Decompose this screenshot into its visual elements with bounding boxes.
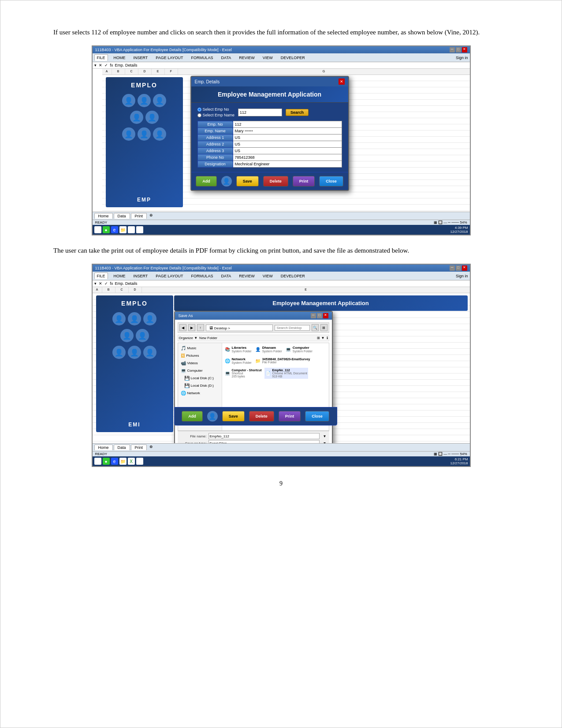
savetype-input[interactable] [208,440,320,443]
close-button-1[interactable]: Close [319,176,343,187]
empno-value[interactable]: 112 [233,121,342,128]
saveas-maximize[interactable]: □ [317,313,322,318]
file-emailsurvey[interactable]: 📁 34536848_DAT0620-EmailSurvey File Fold… [254,356,311,365]
ribbon-tab-insert[interactable]: INSERT [131,55,150,61]
saveas-search-input[interactable] [275,325,310,331]
ribbon-tab-developer-2[interactable]: DEVELOPER [279,273,307,279]
taskbar-icon-excel-1[interactable]: X [128,226,135,233]
organize-btn[interactable]: Organize ▼ [179,336,198,340]
sidebar-local-c[interactable]: 💾 Local Disk (C:) [180,375,220,381]
ribbon-tab-review-2[interactable]: REVIEW [237,273,257,279]
modal-dialog-1[interactable]: Emp. Details ✕ Employee Management Appli… [190,76,354,191]
taskbar-icon-file-2[interactable]: 🗁 [94,458,101,465]
ribbon-tab-formulas-2[interactable]: FORMULAS [189,273,216,279]
saveas-minimize[interactable]: ─ [311,313,316,318]
maximize-icon-2[interactable]: □ [456,265,461,271]
ribbon-tab-file-2[interactable]: FILE [94,273,108,279]
sidebar-computer[interactable]: 💻 Computer [180,367,220,374]
print-button-2[interactable]: Print [279,411,301,422]
radio-emp-no-1[interactable]: Select Emp No [197,107,235,112]
close-icon[interactable]: ✕ [462,47,467,52]
nav-forward-btn[interactable]: ▶ [188,324,195,331]
file-network[interactable]: 🌐 Network System Folder [224,356,253,365]
file-computer[interactable]: 💻 Computer System Folder [285,345,313,354]
addr1-value[interactable]: US [233,134,342,141]
sheet-tab-print-1[interactable]: Print [131,213,147,219]
view-toggle-btn[interactable]: ⊞ ▼ [317,336,324,340]
saveas-close[interactable]: ✕ [323,313,328,318]
ribbon-tab-file[interactable]: FILE [94,54,108,61]
sign-in-2[interactable]: Sign in [456,274,468,278]
ribbon-tab-pagelayout[interactable]: PAGE LAYOUT [153,55,185,61]
modal-close-btn-1[interactable]: ✕ [339,78,345,85]
sidebar-music[interactable]: 🎵 Music [180,345,220,351]
sidebar-local-d[interactable]: 💾 Local Disk (D:) [180,382,220,389]
add-button-1[interactable]: Add [196,176,217,187]
sidebar-pictures[interactable]: 🖼 Pictures [180,352,220,359]
file-libraries[interactable]: 📚 Libraries System Folder [224,345,253,354]
close-button-2[interactable]: Close [305,411,329,422]
ribbon-tab-formulas[interactable]: FORMULAS [189,55,216,61]
taskbar-icon-folder-2[interactable]: 📁 [119,458,127,465]
save-button-2[interactable]: Save [222,411,245,422]
taskbar-icon-excel-2[interactable]: X [128,458,135,465]
taskbar-icon-chrome-2[interactable]: ● [103,458,110,465]
add-button-2[interactable]: Add [182,411,203,422]
ribbon-tab-view-2[interactable]: VIEW [261,273,275,279]
ribbon-tab-home-2[interactable]: HOME [112,273,128,279]
designation-value[interactable]: Mechnical Engineer [233,161,342,168]
minimize-icon-2[interactable]: ─ [450,265,455,271]
delete-button-1[interactable]: Delete [263,176,288,187]
search-button-1[interactable]: Search [286,109,309,116]
ribbon-tab-home[interactable]: HOME [112,55,128,61]
taskbar-icon-file-1[interactable]: 🗁 [94,226,101,233]
print-button-1[interactable]: Print [293,176,315,187]
taskbar-icon-chrome-1[interactable]: ● [103,226,110,233]
nav-search-btn[interactable]: 🔍 [312,324,319,331]
ribbon-tab-view[interactable]: VIEW [261,55,275,61]
savetype-dropdown-btn[interactable]: ▼ [323,441,327,444]
file-dhanam[interactable]: 👤 Dhanam System Folder [254,345,283,354]
ribbon-tab-data[interactable]: DATA [219,55,234,61]
file-computer-shortcut[interactable]: 💻 Computer - Shortcut Shortcut205 bytes [224,368,263,379]
file-empno-112[interactable]: 📄 EmpNo_112 Chrome HTML Document919 KB [264,368,309,379]
add-sheet-btn-2[interactable]: ⊕ [149,444,153,450]
taskbar-icon-word-2[interactable]: W [136,458,143,465]
addr3-value[interactable]: US [233,148,342,154]
addr2-value[interactable]: US [233,141,342,148]
sidebar-videos[interactable]: 📹 Videos [180,360,220,366]
search-input-1[interactable] [238,108,282,116]
maximize-icon[interactable]: □ [456,47,461,52]
close-icon-2[interactable]: ✕ [462,265,467,271]
radio-emp-name-1[interactable]: Select Emp Name [197,113,235,117]
info-btn[interactable]: ℹ [327,336,328,340]
sidebar-network[interactable]: 🌐 Network [180,390,220,396]
sheet-tab-data-1[interactable]: Data [114,213,130,219]
minimize-icon[interactable]: ─ [450,47,455,52]
nav-up-btn[interactable]: ↑ [197,324,204,331]
save-button-1[interactable]: Save [236,176,259,187]
phone-value[interactable]: 785412368 [233,154,342,161]
add-sheet-btn-1[interactable]: ⊕ [149,213,153,219]
ribbon-tab-data-2[interactable]: DATA [219,273,234,279]
nav-views-btn[interactable]: ⊞ [320,324,328,331]
sheet-tab-data-2[interactable]: Data [114,444,130,450]
filename-input[interactable] [208,433,320,439]
saveas-location[interactable]: 🖥 Desktop > [206,325,273,331]
new-folder-btn[interactable]: New Folder [199,336,217,340]
sheet-tab-home-2[interactable]: Home [94,444,113,450]
empname-value[interactable]: Mary •••••• [233,128,342,134]
sheet-tab-home-1[interactable]: Home [94,213,113,219]
ribbon-tab-developer[interactable]: DEVELOPER [279,55,307,61]
ribbon-tab-pagelayout-2[interactable]: PAGE LAYOUT [153,273,185,279]
filename-dropdown-btn[interactable]: ▼ [323,434,327,438]
taskbar-icon-ie-1[interactable]: e [111,226,118,233]
sheet-tab-print-2[interactable]: Print [131,444,147,450]
taskbar-icon-word-1[interactable]: W [136,226,143,233]
sign-in-1[interactable]: Sign in [456,56,468,60]
taskbar-icon-folder-1[interactable]: 📁 [119,226,127,233]
nav-back-btn[interactable]: ◀ [179,324,186,331]
ribbon-tab-review[interactable]: REVIEW [237,55,257,61]
delete-button-2[interactable]: Delete [249,411,274,422]
taskbar-icon-ie-2[interactable]: e [111,458,118,465]
